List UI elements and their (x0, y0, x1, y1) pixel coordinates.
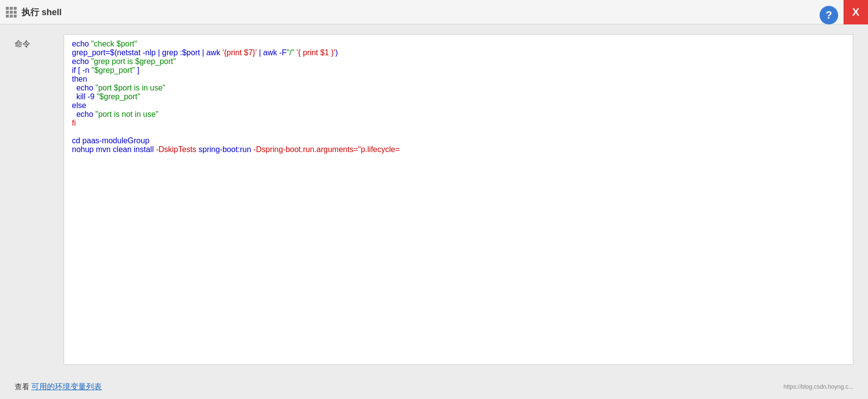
code-editor-wrapper: echo "check $port" grep_port=$(netstat -… (64, 34, 853, 365)
code-editor[interactable]: echo "check $port" grep_port=$(netstat -… (64, 34, 853, 365)
code-line-4: if [ -n "$grep_port" ] (72, 66, 845, 75)
command-label: 命令 (15, 34, 64, 365)
close-button[interactable]: X (844, 0, 868, 24)
header-bar: 执行 shell ? X (0, 0, 868, 24)
help-button[interactable]: ? (820, 6, 838, 24)
page-title: 执行 shell (22, 6, 62, 18)
footer-url: https://blog.csdn.hoyng.c... (783, 383, 853, 390)
main-container: 执行 shell ? X 命令 echo "check $port" grep_… (0, 0, 868, 399)
footer-link[interactable]: 可用的环境变量列表 (31, 382, 102, 391)
footer: 查看 可用的环境变量列表 https://blog.csdn.hoyng.c..… (0, 375, 868, 399)
code-line-6: echo "port $port is in use" (72, 84, 845, 92)
code-line-11 (72, 128, 845, 136)
code-line-8: else (72, 101, 845, 110)
code-line-5: then (72, 75, 845, 84)
footer-prefix: 查看 (15, 382, 31, 391)
code-line-13: nohup mvn clean install -DskipTests spri… (72, 145, 845, 154)
code-line-2: grep_port=$(netstat -nlp | grep :$port |… (72, 48, 845, 57)
code-line-10: fi (72, 119, 845, 128)
code-line-7: kill -9 "$grep_port" (72, 92, 845, 101)
code-line-12: cd paas-moduleGroup (72, 136, 845, 145)
grid-icon (6, 7, 17, 18)
footer-text: 查看 可用的环境变量列表 (15, 382, 102, 392)
code-line-9: echo "port is not in use" (72, 110, 845, 119)
code-line-3: echo "grep port is $grep_port" (72, 57, 845, 66)
content-area: 命令 echo "check $port" grep_port=$(netsta… (0, 24, 868, 375)
code-line-1: echo "check $port" (72, 40, 845, 48)
